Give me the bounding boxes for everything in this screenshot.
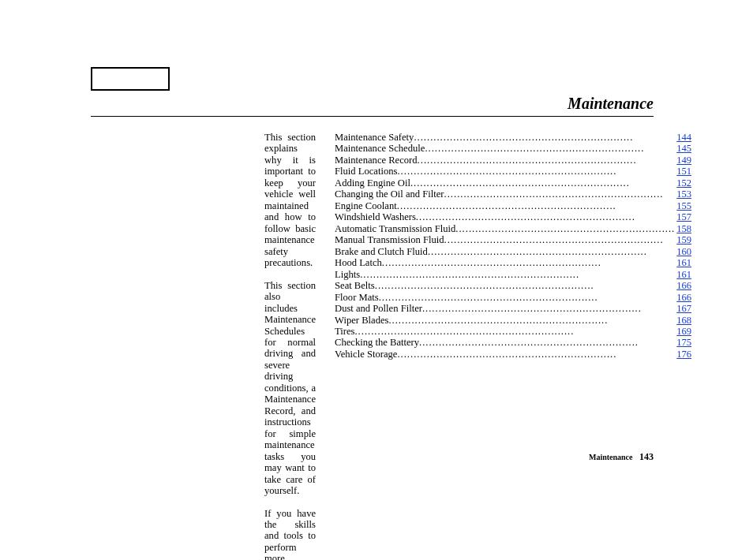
toc-leader-dots <box>382 257 675 268</box>
toc-row: Tires169 <box>335 326 691 337</box>
intro-paragraph: This section explains why it is importan… <box>264 132 316 269</box>
toc-leader-dots <box>428 246 675 257</box>
toc-row: Vehicle Storage176 <box>335 349 691 360</box>
toc-label: Engine Coolant <box>335 200 397 211</box>
toc-leader-dots <box>444 189 676 200</box>
toc-leader-dots <box>354 326 675 337</box>
toc-row: Floor Mats166 <box>335 292 691 303</box>
toc-page-link[interactable]: 157 <box>676 211 691 222</box>
toc-row: Checking the Battery175 <box>335 337 691 348</box>
toc-label: Automatic Transmission Fluid <box>335 223 455 234</box>
toc-page-link[interactable]: 175 <box>676 337 691 348</box>
toc-row: Lights161 <box>335 269 691 280</box>
toc-label: Tires <box>335 326 354 337</box>
toc-page-link[interactable]: 155 <box>676 200 691 211</box>
toc-label: Dust and Pollen Filter <box>335 303 422 314</box>
toc-label: Brake and Clutch Fluid <box>335 246 428 257</box>
toc-leader-dots <box>379 292 676 303</box>
table-of-contents: Maintenance Safety144Maintenance Schedul… <box>335 132 691 560</box>
intro-paragraph: This section also includes Maintenance S… <box>264 280 316 497</box>
toc-page-link[interactable]: 152 <box>676 177 691 189</box>
toc-row: Wiper Blades168 <box>335 315 691 326</box>
toc-row: Seat Belts166 <box>335 280 691 291</box>
page: Maintenance This section explains why it… <box>0 0 753 560</box>
toc-leader-dots <box>455 223 675 234</box>
toc-row: Fluid Locations151 <box>335 166 691 177</box>
toc-page-link[interactable]: 160 <box>676 246 691 257</box>
toc-label: Vehicle Storage <box>335 349 397 360</box>
blank-box <box>91 67 170 91</box>
toc-row: Maintenance Safety144 <box>335 132 691 143</box>
toc-leader-dots <box>425 143 675 154</box>
toc-label: Maintenance Record <box>335 155 418 166</box>
toc-label: Checking the Battery <box>335 337 419 348</box>
toc-page-link[interactable]: 176 <box>676 349 691 360</box>
intro-text: If you have the skills and tools to perf… <box>264 508 316 560</box>
page-footer: Maintenance 143 <box>589 451 654 463</box>
toc-page-link[interactable]: 144 <box>676 132 691 143</box>
toc-label: Floor Mats <box>335 292 379 303</box>
toc-page-link[interactable]: 169 <box>676 326 691 337</box>
toc-leader-dots <box>414 132 675 143</box>
toc-label: Wiper Blades <box>335 315 388 326</box>
toc-label: Changing the Oil and Filter <box>335 189 444 200</box>
toc-row: Manual Transmission Fluid159 <box>335 234 691 245</box>
toc-leader-dots <box>418 155 676 166</box>
toc-row: Changing the Oil and Filter153 <box>335 189 691 200</box>
intro-column: This section explains why it is importan… <box>264 132 316 560</box>
toc-leader-dots <box>444 234 676 245</box>
toc-row: Engine Coolant155 <box>335 200 691 211</box>
toc-leader-dots <box>397 200 676 211</box>
toc-page-link[interactable]: 153 <box>676 189 691 200</box>
toc-leader-dots <box>388 315 675 326</box>
page-title: Maintenance <box>91 95 654 117</box>
toc-label: Fluid Locations <box>335 166 397 177</box>
toc-leader-dots <box>360 269 675 280</box>
toc-page-link[interactable]: 161 <box>676 257 691 268</box>
toc-row: Brake and Clutch Fluid160 <box>335 246 691 257</box>
toc-label: Windshield Washers <box>335 211 416 222</box>
toc-row: Dust and Pollen Filter167 <box>335 303 691 314</box>
toc-row: Automatic Transmission Fluid158 <box>335 223 691 234</box>
toc-leader-dots <box>410 177 675 189</box>
intro-paragraph: If you have the skills and tools to perf… <box>264 508 316 560</box>
toc-label: Hood Latch <box>335 257 382 268</box>
toc-leader-dots <box>422 303 675 314</box>
toc-page-link[interactable]: 167 <box>676 303 691 314</box>
toc-page-link[interactable]: 151 <box>676 166 691 177</box>
toc-page-link[interactable]: 159 <box>676 234 691 245</box>
toc-page-link[interactable]: 168 <box>676 315 691 326</box>
toc-page-link[interactable]: 149 <box>676 155 691 166</box>
toc-page-link[interactable]: 166 <box>676 280 691 291</box>
toc-leader-dots <box>416 211 675 222</box>
toc-label: Manual Transmission Fluid <box>335 234 444 245</box>
toc-row: Maintenance Record149 <box>335 155 691 166</box>
toc-row: Adding Engine Oil152 <box>335 177 691 189</box>
toc-page-link[interactable]: 158 <box>676 223 691 234</box>
content-columns: This section explains why it is importan… <box>264 132 604 560</box>
toc-page-link[interactable]: 166 <box>676 292 691 303</box>
toc-row: Maintenance Schedule145 <box>335 143 691 154</box>
toc-row: Windshield Washers157 <box>335 211 691 222</box>
toc-label: Lights <box>335 269 360 280</box>
footer-section-label: Maintenance <box>589 453 633 461</box>
toc-row: Hood Latch161 <box>335 257 691 268</box>
toc-page-link[interactable]: 161 <box>676 269 691 280</box>
toc-label: Seat Belts <box>335 280 375 291</box>
toc-page-link[interactable]: 145 <box>676 143 691 154</box>
footer-page-number: 143 <box>639 451 654 462</box>
toc-leader-dots <box>397 349 675 360</box>
toc-leader-dots <box>375 280 675 291</box>
toc-label: Adding Engine Oil <box>335 177 410 189</box>
toc-label: Maintenance Schedule <box>335 143 425 154</box>
toc-leader-dots <box>419 337 675 348</box>
toc-leader-dots <box>397 166 675 177</box>
toc-label: Maintenance Safety <box>335 132 414 143</box>
